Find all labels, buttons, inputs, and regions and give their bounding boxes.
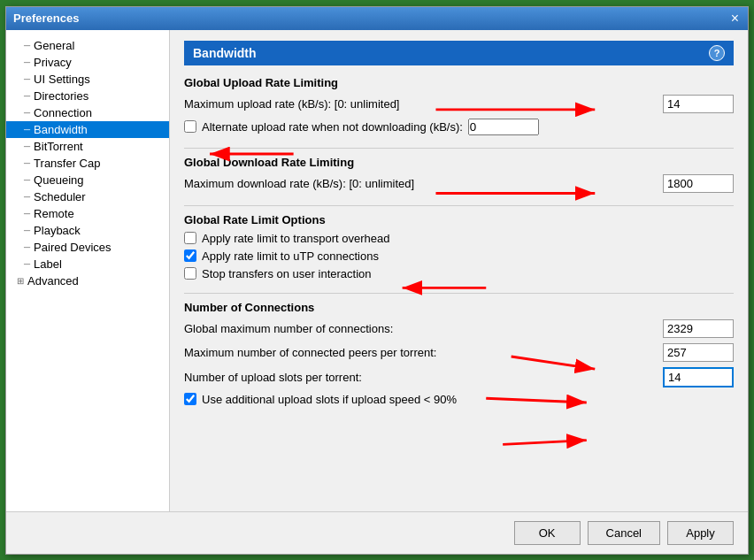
sidebar-item-transfer-cap[interactable]: ─ Transfer Cap (6, 155, 169, 172)
upload-group-title: Global Upload Rate Limiting (184, 76, 734, 89)
tree-dash-icon: ─ (24, 142, 30, 151)
sidebar-label-ui-settings: UI Settings (34, 73, 90, 86)
sidebar-item-remote[interactable]: ─ Remote (6, 205, 169, 222)
sidebar-label-advanced: Advanced (27, 274, 79, 288)
upload-group: Global Upload Rate Limiting Maximum uplo… (184, 76, 734, 135)
expand-icon: ⊞ (17, 276, 24, 286)
tree-dash-icon: ─ (24, 108, 30, 118)
connections-group-title: Number of Connections (184, 301, 734, 314)
sidebar-label-transfer-cap: Transfer Cap (34, 157, 100, 170)
sidebar-item-label[interactable]: ─ Label (6, 256, 169, 272)
max-peers-row: Maximum number of connected peers per to… (184, 343, 734, 362)
transport-overhead-row: Apply rate limit to transport overhead (184, 232, 734, 245)
sidebar-label-bittorrent: BitTorrent (34, 140, 83, 153)
sidebar-label-label: Label (34, 257, 62, 271)
close-button[interactable]: × (729, 12, 741, 26)
utp-connections-label: Apply rate limit to uTP connections (202, 249, 379, 263)
svg-line-7 (503, 440, 587, 444)
main-content-wrapper: Bandwidth ? Global Upload Rate Limiting … (170, 30, 748, 511)
sidebar-item-connection[interactable]: ─ Connection (6, 104, 169, 121)
upload-max-rate-label: Maximum upload rate (kB/s): [0: unlimite… (184, 97, 656, 111)
sidebar-label-privacy: Privacy (34, 56, 72, 69)
sidebar-item-privacy[interactable]: ─ Privacy (6, 54, 169, 71)
tree-dash-icon: ─ (24, 158, 30, 168)
sidebar-item-advanced[interactable]: ⊞ Advanced (6, 272, 169, 289)
tree-dash-icon: ─ (24, 226, 30, 235)
alternate-upload-label: Alternate upload rate when not downloadi… (202, 120, 463, 134)
utp-connections-row: Apply rate limit to uTP connections (184, 249, 734, 263)
sidebar: ─ General ─ Privacy ─ UI Settings ─ Dire… (6, 30, 170, 511)
sidebar-label-general: General (34, 39, 74, 52)
global-max-connections-row: Global maximum number of connections: (184, 319, 734, 338)
bandwidth-title: Bandwidth (193, 46, 257, 60)
sidebar-label-directories: Directories (34, 89, 88, 103)
upload-slots-label: Number of upload slots per torrent: (184, 371, 656, 384)
transport-overhead-label: Apply rate limit to transport overhead (202, 232, 389, 245)
tree-dash-icon: ─ (24, 41, 30, 50)
tree-dash-icon: ─ (24, 58, 30, 67)
sidebar-item-directories[interactable]: ─ Directories (6, 88, 169, 104)
tree-dash-icon: ─ (24, 259, 30, 269)
tree-dash-icon: ─ (24, 242, 30, 252)
tree-dash-icon: ─ (24, 74, 30, 84)
stop-transfers-row: Stop transfers on user interaction (184, 267, 734, 280)
sidebar-item-general[interactable]: ─ General (6, 37, 169, 54)
sidebar-item-bandwidth[interactable]: ─ Bandwidth (6, 121, 169, 138)
bandwidth-header: Bandwidth ? (184, 41, 734, 65)
cancel-button[interactable]: Cancel (588, 521, 660, 545)
sidebar-label-playback: Playback (34, 224, 81, 237)
upload-max-rate-input[interactable] (663, 95, 734, 113)
sidebar-item-ui-settings[interactable]: ─ UI Settings (6, 71, 169, 88)
rate-limit-group: Global Rate Limit Options Apply rate lim… (184, 213, 734, 280)
global-max-connections-label: Global maximum number of connections: (184, 322, 656, 335)
title-bar: Preferences × (6, 7, 748, 30)
sidebar-label-connection: Connection (34, 106, 92, 119)
max-peers-input[interactable] (663, 343, 734, 362)
sidebar-label-queueing: Queueing (34, 173, 83, 187)
tree-dash-icon: ─ (24, 209, 30, 219)
dialog-title: Preferences (13, 12, 79, 25)
sidebar-item-playback[interactable]: ─ Playback (6, 222, 169, 239)
main-content: Bandwidth ? Global Upload Rate Limiting … (170, 30, 748, 429)
download-max-rate-label: Maximum download rate (kB/s): [0: unlimi… (184, 177, 656, 190)
ok-button[interactable]: OK (514, 521, 581, 545)
utp-connections-checkbox[interactable] (184, 249, 196, 262)
alternate-upload-checkbox[interactable] (184, 120, 196, 133)
rate-limit-group-title: Global Rate Limit Options (184, 213, 734, 226)
additional-slots-label: Use additional upload slots if upload sp… (202, 393, 457, 406)
apply-button[interactable]: Apply (667, 521, 734, 545)
download-max-rate-row: Maximum download rate (kB/s): [0: unlimi… (184, 174, 734, 193)
connections-group: Number of Connections Global maximum num… (184, 301, 734, 406)
sidebar-label-scheduler: Scheduler (34, 190, 86, 203)
max-peers-label: Maximum number of connected peers per to… (184, 346, 656, 359)
additional-slots-row: Use additional upload slots if upload sp… (184, 393, 734, 406)
help-button[interactable]: ? (709, 45, 725, 61)
download-max-rate-input[interactable] (663, 174, 734, 193)
sidebar-label-bandwidth: Bandwidth (34, 123, 88, 136)
global-max-connections-input[interactable] (663, 319, 734, 338)
sidebar-item-bittorrent[interactable]: ─ BitTorrent (6, 138, 169, 155)
download-group-title: Global Download Rate Limiting (184, 156, 734, 169)
sidebar-item-scheduler[interactable]: ─ Scheduler (6, 188, 169, 205)
dialog-body: ─ General ─ Privacy ─ UI Settings ─ Dire… (6, 30, 748, 511)
stop-transfers-label: Stop transfers on user interaction (202, 267, 372, 280)
tree-dash-icon: ─ (24, 192, 30, 202)
stop-transfers-checkbox[interactable] (184, 267, 196, 280)
sidebar-item-queueing[interactable]: ─ Queueing (6, 172, 169, 188)
transport-overhead-checkbox[interactable] (184, 232, 196, 244)
upload-slots-row: Number of upload slots per torrent: (184, 367, 734, 387)
sidebar-label-paired-devices: Paired Devices (34, 241, 111, 254)
download-group: Global Download Rate Limiting Maximum do… (184, 156, 734, 193)
upload-slots-input[interactable] (663, 367, 734, 387)
preferences-dialog: Preferences × ─ General ─ Privacy ─ UI S… (5, 6, 749, 555)
tree-dash-icon: ─ (24, 175, 30, 185)
sidebar-item-paired-devices[interactable]: ─ Paired Devices (6, 239, 169, 256)
additional-slots-checkbox[interactable] (184, 393, 196, 405)
dialog-footer: OK Cancel Apply (6, 511, 748, 554)
upload-max-rate-row: Maximum upload rate (kB/s): [0: unlimite… (184, 95, 734, 113)
sidebar-label-remote: Remote (34, 207, 74, 220)
alternate-upload-input[interactable] (468, 119, 539, 135)
tree-dash-icon: ─ (24, 125, 30, 134)
tree-dash-icon: ─ (24, 91, 30, 101)
alternate-upload-row: Alternate upload rate when not downloadi… (184, 119, 734, 135)
